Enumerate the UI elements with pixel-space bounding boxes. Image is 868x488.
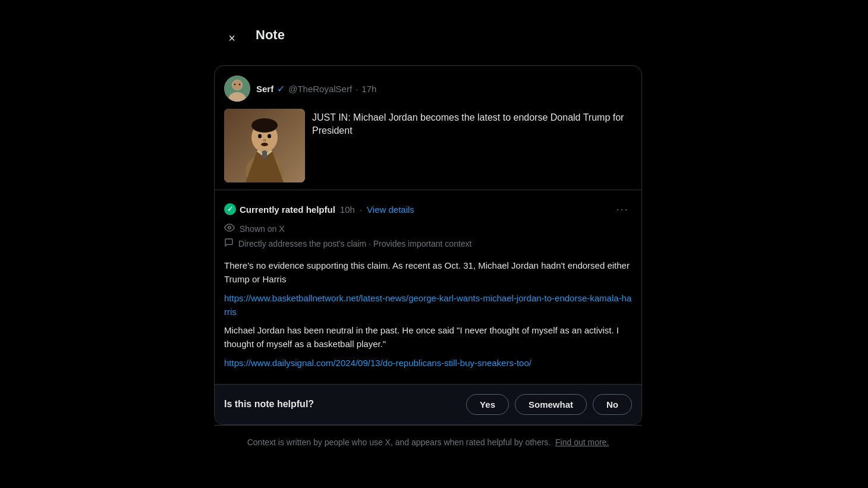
tweet-headline: JUST IN: Michael Jordan becomes the late… bbox=[312, 109, 632, 182]
thumbnail-svg bbox=[224, 109, 305, 182]
svg-point-4 bbox=[234, 84, 236, 86]
helpful-text: Currently rated helpful bbox=[240, 204, 335, 215]
note-link-1-anchor[interactable]: https://www.basketballnetwork.net/latest… bbox=[224, 293, 631, 317]
tweet-timestamp: 17h bbox=[361, 84, 376, 94]
svg-point-15 bbox=[258, 134, 262, 138]
note-link-2[interactable]: https://www.dailysignal.com/2024/09/13/d… bbox=[224, 356, 632, 370]
display-name: Serf bbox=[256, 84, 273, 94]
svg-point-5 bbox=[239, 84, 241, 86]
svg-point-16 bbox=[268, 134, 271, 138]
shown-on-x: Shown on X bbox=[224, 222, 632, 235]
svg-point-3 bbox=[232, 80, 242, 90]
tweet-header: Serf ✓ @TheRoyalSerf · 17h bbox=[224, 75, 632, 102]
note-link-2-anchor[interactable]: https://www.dailysignal.com/2024/09/13/d… bbox=[224, 358, 532, 368]
page-container: × Note S bbox=[0, 0, 868, 488]
avatar bbox=[224, 75, 250, 102]
note-paragraph-2: Michael Jordan has been neutral in the p… bbox=[224, 323, 632, 351]
more-options-button[interactable]: ··· bbox=[613, 200, 632, 219]
svg-point-20 bbox=[228, 226, 231, 229]
note-card: Serf ✓ @TheRoyalSerf · 17h bbox=[214, 65, 642, 425]
note-section: ✓ Currently rated helpful 10h · View det… bbox=[215, 190, 641, 384]
no-button[interactable]: No bbox=[593, 394, 632, 415]
svg-point-17 bbox=[263, 139, 266, 141]
somewhat-button[interactable]: Somewhat bbox=[515, 394, 587, 415]
svg-point-18 bbox=[261, 143, 268, 146]
note-time: 10h bbox=[340, 204, 355, 215]
yes-button[interactable]: Yes bbox=[466, 394, 509, 415]
separator-dot: · bbox=[356, 84, 358, 94]
helpful-badge: ✓ Currently rated helpful bbox=[224, 203, 335, 215]
context-bar: Context is written by people who use X, … bbox=[214, 426, 642, 456]
note-link-1[interactable]: https://www.basketballnetwork.net/latest… bbox=[224, 291, 632, 319]
note-header: ✓ Currently rated helpful 10h · View det… bbox=[224, 200, 632, 219]
avatar-image bbox=[224, 75, 250, 102]
tweet-section: Serf ✓ @TheRoyalSerf · 17h bbox=[215, 66, 641, 190]
green-check-icon: ✓ bbox=[224, 203, 236, 215]
tag-icon bbox=[224, 238, 234, 249]
dot-sep: · bbox=[360, 204, 362, 215]
helpful-footer: Is this note helpful? Yes Somewhat No bbox=[215, 384, 641, 424]
note-paragraph-1: There's no evidence supporting this clai… bbox=[224, 259, 632, 286]
context-text: Context is written by people who use X, … bbox=[247, 437, 551, 447]
vote-buttons: Yes Somewhat No bbox=[466, 394, 632, 415]
page-title: Note bbox=[256, 27, 285, 43]
thumbnail-placeholder bbox=[224, 109, 305, 182]
svg-point-14 bbox=[251, 118, 278, 133]
note-tags-text: Directly addresses the post's claim · Pr… bbox=[238, 239, 472, 248]
note-tags: Directly addresses the post's claim · Pr… bbox=[224, 238, 632, 249]
verified-icon: ✓ bbox=[277, 83, 285, 95]
shown-on-label: Shown on X bbox=[240, 224, 285, 234]
tweet-thumbnail bbox=[224, 109, 305, 182]
find-out-more-link[interactable]: Find out more. bbox=[555, 437, 609, 447]
note-body: There's no evidence supporting this clai… bbox=[224, 259, 632, 370]
eye-icon bbox=[224, 222, 235, 235]
svg-rect-19 bbox=[262, 150, 267, 159]
note-header-left: ✓ Currently rated helpful 10h · View det… bbox=[224, 203, 414, 215]
view-details-link[interactable]: View details bbox=[367, 204, 414, 215]
user-info: Serf ✓ @TheRoyalSerf · 17h bbox=[256, 83, 376, 95]
close-button[interactable]: × bbox=[222, 29, 241, 48]
username: @TheRoyalSerf bbox=[288, 84, 352, 94]
tweet-content: JUST IN: Michael Jordan becomes the late… bbox=[224, 109, 632, 182]
helpful-question: Is this note helpful? bbox=[224, 399, 314, 410]
